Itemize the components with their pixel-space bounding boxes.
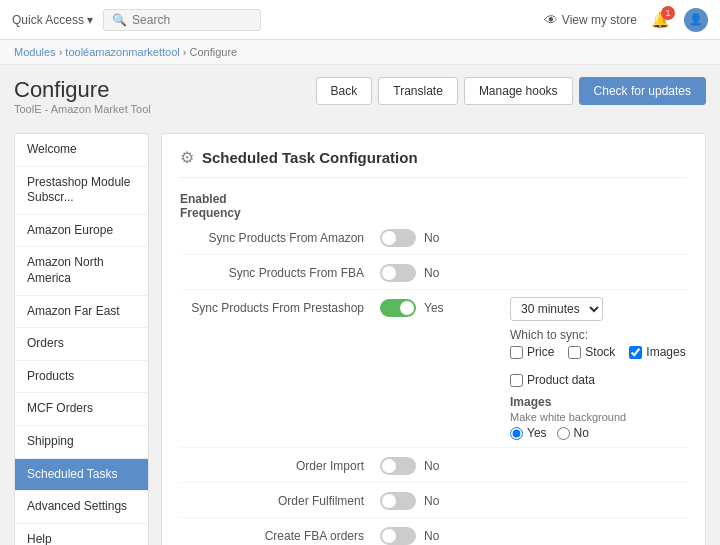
breadcrumb-tool[interactable]: tooléamazonmarkettool bbox=[65, 46, 179, 58]
white-bg-no-label: No bbox=[574, 426, 589, 440]
notifications[interactable]: 🔔 1 bbox=[651, 11, 670, 29]
sidebar-item-7[interactable]: MCF Orders bbox=[15, 393, 148, 426]
white-bg-yes-radio[interactable] bbox=[510, 427, 523, 440]
layout: WelcomePrestashop Module Subscr...Amazon… bbox=[0, 123, 720, 545]
breadcrumb: Modules › tooléamazonmarkettool › Config… bbox=[0, 40, 720, 65]
sync-option-2[interactable]: Images bbox=[629, 345, 685, 359]
toggle-status-1: No bbox=[424, 266, 439, 280]
page-header: Configure ToolE - Amazon Market Tool Bac… bbox=[0, 65, 720, 123]
sidebar-item-11[interactable]: Help bbox=[15, 524, 148, 545]
sidebar-item-0[interactable]: Welcome bbox=[15, 134, 148, 167]
sidebar-item-8[interactable]: Shipping bbox=[15, 426, 148, 459]
row-control-3: No bbox=[380, 455, 510, 475]
page-header-actions: Back Translate Manage hooks Check for up… bbox=[316, 77, 706, 105]
col-headers: Enabled Frequency bbox=[180, 192, 687, 220]
quick-access-label: Quick Access bbox=[12, 13, 84, 27]
form-rows: Sync Products From AmazonNoSync Products… bbox=[180, 220, 687, 545]
toggle-slider-0 bbox=[380, 229, 416, 247]
white-bg-no-radio[interactable] bbox=[557, 427, 570, 440]
sync-option-label-2: Images bbox=[646, 345, 685, 359]
sync-checkbox-3[interactable] bbox=[510, 374, 523, 387]
toggle-3[interactable] bbox=[380, 457, 416, 475]
sidebar-item-10[interactable]: Advanced Settings bbox=[15, 491, 148, 524]
user-avatar[interactable]: 👤 bbox=[684, 8, 708, 32]
col-enabled-header: Enabled bbox=[180, 192, 310, 206]
toggle-slider-3 bbox=[380, 457, 416, 475]
form-row-5: Create FBA ordersNo bbox=[180, 518, 687, 545]
white-bg-radio-group: YesNo bbox=[510, 426, 687, 440]
row-label-1: Sync Products From FBA bbox=[180, 262, 380, 280]
chevron-down-icon: ▾ bbox=[87, 13, 93, 27]
row-control-1: No bbox=[380, 262, 510, 282]
quick-access-button[interactable]: Quick Access ▾ bbox=[12, 13, 93, 27]
row-control-4: No bbox=[380, 490, 510, 510]
sync-option-label-3: Product data bbox=[527, 373, 595, 387]
toggle-1[interactable] bbox=[380, 264, 416, 282]
toggle-5[interactable] bbox=[380, 527, 416, 545]
view-store-label: View my store bbox=[562, 13, 637, 27]
row-label-2: Sync Products From Prestashop bbox=[180, 297, 380, 315]
images-title: Images bbox=[510, 395, 687, 409]
row-extra-2: 5 minutes10 minutes15 minutes30 minutes1… bbox=[510, 297, 687, 440]
page-subtitle: ToolE - Amazon Market Tool bbox=[14, 103, 151, 115]
toggle-2[interactable] bbox=[380, 299, 416, 317]
sidebar-item-2[interactable]: Amazon Europe bbox=[15, 215, 148, 248]
form-row-1: Sync Products From FBANo bbox=[180, 255, 687, 290]
sync-checkbox-0[interactable] bbox=[510, 346, 523, 359]
topbar: Quick Access ▾ 🔍 👁 View my store 🔔 1 👤 bbox=[0, 0, 720, 40]
sync-option-0[interactable]: Price bbox=[510, 345, 554, 359]
sidebar-item-1[interactable]: Prestashop Module Subscr... bbox=[15, 167, 148, 215]
toggle-4[interactable] bbox=[380, 492, 416, 510]
sidebar-item-9[interactable]: Scheduled Tasks bbox=[15, 459, 148, 492]
sidebar-item-5[interactable]: Orders bbox=[15, 328, 148, 361]
form-row-2: Sync Products From PrestashopYes5 minute… bbox=[180, 290, 687, 448]
row-control-2: Yes bbox=[380, 297, 510, 317]
form-row-3: Order ImportNo bbox=[180, 448, 687, 483]
images-subtitle: Make white background bbox=[510, 411, 687, 423]
row-label-5: Create FBA orders bbox=[180, 525, 380, 543]
row-control-0: No bbox=[380, 227, 510, 247]
form-row-0: Sync Products From AmazonNo bbox=[180, 220, 687, 255]
sync-options-group: PriceStockImagesProduct data bbox=[510, 345, 687, 387]
search-icon: 🔍 bbox=[112, 13, 127, 27]
row-label-0: Sync Products From Amazon bbox=[180, 227, 380, 245]
view-store-link[interactable]: 👁 View my store bbox=[544, 12, 637, 28]
eye-icon: 👁 bbox=[544, 12, 558, 28]
back-button[interactable]: Back bbox=[316, 77, 373, 105]
sidebar-item-4[interactable]: Amazon Far East bbox=[15, 296, 148, 329]
toggle-status-0: No bbox=[424, 231, 439, 245]
sidebar: WelcomePrestashop Module Subscr...Amazon… bbox=[14, 133, 149, 545]
translate-button[interactable]: Translate bbox=[378, 77, 458, 105]
search-input[interactable] bbox=[132, 13, 252, 27]
check-updates-button[interactable]: Check for updates bbox=[579, 77, 706, 105]
images-section: ImagesMake white backgroundYesNo bbox=[510, 395, 687, 440]
sync-option-label-0: Price bbox=[527, 345, 554, 359]
white-bg-yes-label: Yes bbox=[527, 426, 547, 440]
search-box[interactable]: 🔍 bbox=[103, 9, 261, 31]
which-to-sync-label: Which to sync: bbox=[510, 328, 588, 342]
topbar-right: 👁 View my store 🔔 1 👤 bbox=[544, 8, 708, 32]
breadcrumb-modules[interactable]: Modules bbox=[14, 46, 56, 58]
toggle-slider-5 bbox=[380, 527, 416, 545]
avatar-icon: 👤 bbox=[689, 13, 703, 26]
sync-checkbox-2[interactable] bbox=[629, 346, 642, 359]
frequency-select-2[interactable]: 5 minutes10 minutes15 minutes30 minutes1… bbox=[510, 297, 603, 321]
which-to-sync-section: Which to sync:PriceStockImagesProduct da… bbox=[510, 327, 687, 440]
sync-option-1[interactable]: Stock bbox=[568, 345, 615, 359]
gear-icon: ⚙ bbox=[180, 148, 194, 167]
sidebar-item-3[interactable]: Amazon North America bbox=[15, 247, 148, 295]
sidebar-item-6[interactable]: Products bbox=[15, 361, 148, 394]
sync-checkbox-1[interactable] bbox=[568, 346, 581, 359]
breadcrumb-current: Configure bbox=[189, 46, 237, 58]
row-control-5: No bbox=[380, 525, 510, 545]
col-frequency-header: Frequency bbox=[180, 206, 687, 220]
manage-hooks-button[interactable]: Manage hooks bbox=[464, 77, 573, 105]
sync-option-3[interactable]: Product data bbox=[510, 373, 595, 387]
row-label-3: Order Import bbox=[180, 455, 380, 473]
toggle-status-2: Yes bbox=[424, 301, 444, 315]
toggle-status-5: No bbox=[424, 529, 439, 543]
toggle-0[interactable] bbox=[380, 229, 416, 247]
white-bg-no-option[interactable]: No bbox=[557, 426, 589, 440]
form-row-4: Order FulfilmentNo bbox=[180, 483, 687, 518]
white-bg-yes-option[interactable]: Yes bbox=[510, 426, 547, 440]
